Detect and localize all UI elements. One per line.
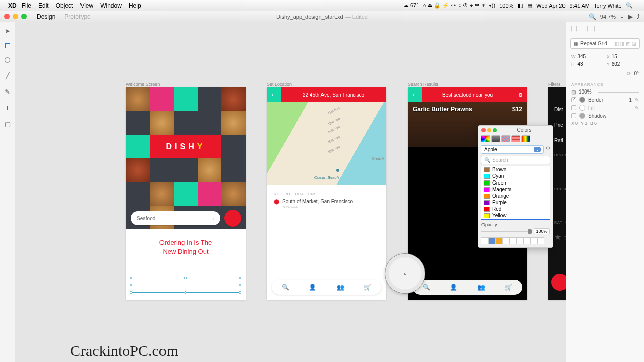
menu-object[interactable]: Object (56, 2, 73, 9)
zoom-chevron-icon[interactable]: ⌄ (620, 13, 624, 20)
recent-color-swatch[interactable] (509, 237, 516, 244)
ellipse-tool-icon[interactable] (5, 57, 10, 63)
align-center-icon[interactable]: ⎹⎸ (583, 25, 593, 31)
artboard-welcome[interactable]: DISHY Seafood › Ordering In Is TheNew Di… (126, 87, 246, 300)
opacity-value[interactable]: 100% (534, 228, 550, 234)
color-row[interactable]: Cyan (481, 173, 550, 179)
recent-location-row[interactable]: ⬤ South of Market, San Francisco (274, 199, 386, 204)
pathfinder-icons[interactable]: ◧ ◨ ◩ ◪ (614, 41, 636, 46)
menu-file[interactable]: File (22, 2, 31, 9)
align-bottom-icon[interactable]: __ (617, 25, 623, 31)
nav-group-icon[interactable]: 👥 (337, 284, 344, 291)
shadow-blur-input[interactable]: 6 (594, 121, 597, 126)
design-canvas[interactable]: Welcome Screen DISHY Seafood › Ordering … (15, 22, 566, 362)
nav-search-icon[interactable]: 🔍 (423, 284, 430, 291)
border-color-chip[interactable] (579, 97, 585, 103)
mode-design-tab[interactable]: Design (37, 13, 55, 20)
menu-window[interactable]: Window (100, 2, 122, 9)
y-input[interactable]: 602 (612, 61, 639, 67)
nav-cart-icon[interactable]: 🛒 (364, 284, 371, 291)
align-left-icon[interactable]: ⎸⎸ (571, 25, 581, 31)
rectangle-tool-icon[interactable] (5, 43, 10, 48)
map-view[interactable]: 41st Ave 43rd Ave 44th Ave 46th Ave 48th… (267, 102, 386, 185)
shadow-x-input[interactable]: 0 (575, 121, 578, 126)
palette-select[interactable]: Apple⌄ (481, 145, 544, 154)
rotation-input[interactable]: 0° (634, 71, 639, 76)
artboard-label[interactable]: Search Results (408, 82, 438, 87)
opacity-slider[interactable] (481, 231, 532, 232)
recent-color-swatch[interactable] (502, 237, 509, 244)
artboard-label[interactable]: Welcome Screen (126, 82, 160, 87)
color-row[interactable]: Yellow (481, 212, 550, 219)
repeat-grid-button[interactable]: ▦ Repeat Grid ◧ ◨ ◩ ◪ (570, 38, 640, 49)
color-row[interactable]: Red (481, 206, 550, 212)
recent-color-swatch[interactable] (495, 237, 502, 244)
nav-group-icon[interactable]: 👥 (477, 284, 485, 291)
minimize-icon[interactable] (487, 128, 491, 132)
search-fab-button[interactable] (224, 210, 242, 227)
fill-color-chip[interactable] (579, 105, 585, 111)
artboard-set-location[interactable]: ← 22 45th Ave, San Francisco 41st Ave 43… (267, 87, 386, 300)
color-row[interactable]: Orange (481, 193, 550, 199)
align-right-icon[interactable]: ⎸⎹ (594, 25, 604, 31)
artboard-label[interactable]: Set Location (267, 82, 292, 87)
fill-checkbox[interactable] (571, 105, 576, 110)
share-icon[interactable]: ⤴ (637, 13, 640, 20)
zoom-level[interactable]: 94.7% (600, 14, 616, 20)
border-width-input[interactable]: 1 (629, 97, 632, 103)
rotate-icon[interactable]: ⟳ (627, 71, 631, 76)
width-input[interactable]: 345 (578, 54, 605, 59)
search-zoom-icon[interactable]: 🔍 (589, 13, 596, 20)
align-middle-icon[interactable]: ― (610, 25, 616, 31)
color-picker-loupe[interactable] (385, 253, 425, 294)
app-name[interactable]: XD (8, 2, 17, 9)
pen-tool-icon[interactable]: ✎ (4, 88, 11, 95)
select-tool-icon[interactable]: ➤ (4, 27, 11, 34)
line-tool-icon[interactable]: ╱ (4, 72, 11, 79)
shadow-y-input[interactable]: 3 (585, 121, 587, 126)
recent-color-swatch[interactable] (481, 237, 488, 244)
color-mode-tabs[interactable] (478, 134, 553, 143)
zoom-icon[interactable] (493, 128, 497, 132)
menu-edit[interactable]: Edit (38, 2, 49, 9)
preview-icon[interactable]: ▶ (628, 13, 633, 20)
spotlight-icon[interactable]: 🔍 (626, 2, 633, 9)
close-icon[interactable] (481, 128, 486, 132)
border-checkbox[interactable] (571, 97, 576, 102)
shadow-color-chip[interactable] (579, 113, 585, 119)
nav-user-icon[interactable]: 👤 (450, 284, 457, 291)
opacity-value[interactable]: 100% (579, 89, 592, 95)
back-button[interactable]: ← (267, 87, 281, 102)
search-input[interactable]: Seafood › (131, 211, 220, 225)
close-window-icon[interactable] (4, 14, 10, 19)
recent-color-swatch[interactable] (516, 237, 523, 244)
shadow-checkbox[interactable] (571, 113, 576, 118)
nav-user-icon[interactable]: 👤 (309, 284, 316, 291)
menu-help[interactable]: Help (129, 2, 141, 9)
color-search-input[interactable]: 🔍 Search (481, 156, 550, 164)
color-row[interactable]: Magenta (481, 186, 550, 193)
artboard-label[interactable]: Filters (548, 82, 561, 87)
nav-search-icon[interactable]: 🔍 (282, 284, 289, 291)
user-name[interactable]: Terry White (594, 3, 622, 9)
apply-fab-button[interactable] (551, 274, 566, 291)
maximize-window-icon[interactable] (21, 14, 27, 19)
x-input[interactable]: 15 (612, 54, 639, 59)
opacity-slider[interactable] (598, 92, 639, 93)
gear-icon[interactable]: ⚙ (546, 145, 550, 154)
eyedropper-icon[interactable]: ✎ (635, 97, 639, 103)
menu-view[interactable]: View (80, 2, 93, 9)
text-tool-icon[interactable]: T (4, 104, 11, 111)
recent-color-swatch[interactable] (530, 237, 537, 244)
recent-color-swatch[interactable] (537, 237, 544, 244)
back-button[interactable]: ← (408, 87, 422, 102)
color-list[interactable]: BrownCyanGreenMagentaOrangePurpleRedYell… (481, 166, 550, 220)
color-picker-panel[interactable]: Colors Apple⌄ ⚙ 🔍 Search BrownCyanGreenM… (478, 125, 553, 248)
recent-color-swatch[interactable] (488, 237, 495, 244)
eyedropper-icon[interactable]: ✎ (635, 105, 639, 111)
siri-icon[interactable]: ≡ (637, 3, 640, 9)
selection-frame[interactable] (131, 278, 240, 293)
color-row[interactable]: Green (481, 179, 550, 186)
color-row[interactable]: Brown (481, 166, 550, 173)
nav-cart-icon[interactable]: 🛒 (505, 284, 512, 291)
